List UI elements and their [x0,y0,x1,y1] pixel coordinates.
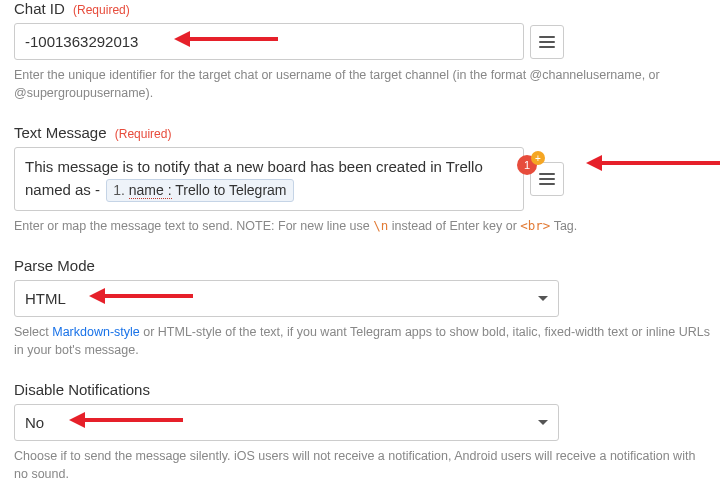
disable-notifications-help: Choose if to send the message silently. … [14,447,712,483]
parse-mode-help: Select Markdown-style or HTML-style of t… [14,323,712,359]
chat-id-row [14,23,712,60]
hamburger-icon [539,36,555,48]
field-parse-mode: Parse Mode HTML Select Markdown-style or… [14,257,712,359]
help-code2: <br> [520,218,550,233]
help-mid: instead of Enter key or [388,219,520,233]
badge-plus-icon: + [531,151,545,165]
disable-notifications-value: No [25,414,44,431]
markdown-link[interactable]: Markdown-style [52,325,140,339]
disable-notifications-select[interactable]: No [14,404,559,441]
chat-id-help: Enter the unique identifier for the targ… [14,66,712,102]
variable-pill[interactable]: 1. name : Trello to Telegram [106,179,293,202]
hamburger-icon [539,173,555,185]
pill-value: Trello to Telegram [175,182,286,198]
chat-id-input[interactable] [14,23,524,60]
field-chat-id: Chat ID (Required) Enter the unique iden… [14,0,712,102]
field-disable-notifications: Disable Notifications No Choose if to se… [14,381,712,483]
field-text-message: Text Message (Required) This message is … [14,124,712,235]
chat-id-label: Chat ID (Required) [14,0,712,17]
parse-mode-label: Parse Mode [14,257,712,274]
help-post: Tag. [550,219,577,233]
chevron-down-icon [538,296,548,301]
required-tag: (Required) [115,127,172,141]
text-message-input[interactable]: This message is to notify that a new boa… [14,147,524,211]
help-pre: Enter or map the message text to send. N… [14,219,373,233]
pill-number: 1. [113,182,125,198]
help-pre: Select [14,325,52,339]
disable-notifications-label: Disable Notifications [14,381,712,398]
chat-id-menu-button[interactable] [530,25,564,59]
parse-mode-value: HTML [25,290,66,307]
label-text: Text Message [14,124,107,141]
text-message-menu-button[interactable]: 1 + [530,162,564,196]
chevron-down-icon [538,420,548,425]
text-message-row: This message is to notify that a new boa… [14,147,712,211]
text-message-label: Text Message (Required) [14,124,712,141]
label-text: Chat ID [14,0,65,17]
help-code1: \n [373,218,388,233]
required-tag: (Required) [73,3,130,17]
pill-key: name : [129,182,172,199]
text-message-help: Enter or map the message text to send. N… [14,217,712,235]
